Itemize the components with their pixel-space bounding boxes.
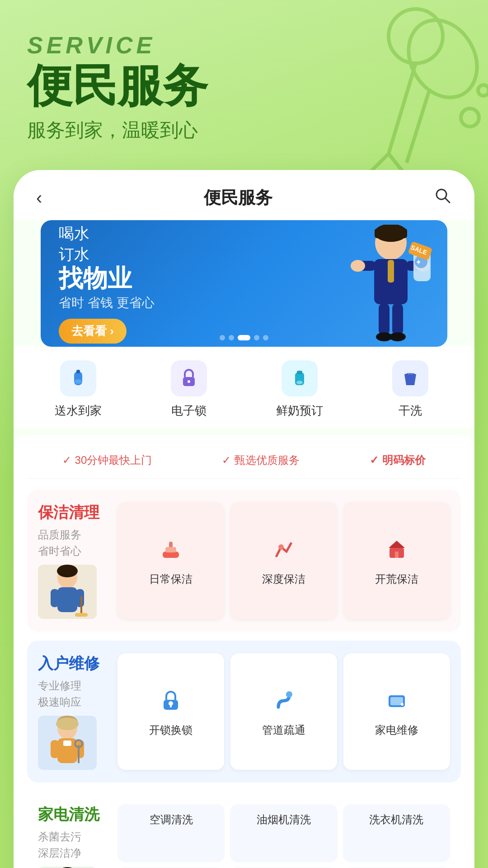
repair-services: 开锁换锁 管道疏通 家电维修 [117,653,450,770]
appliance-ac[interactable]: 空调清洗 [117,804,225,862]
svg-point-17 [351,260,365,272]
svg-text:✦: ✦ [416,259,421,266]
appliance-hood[interactable]: 油烟机清洗 [230,804,337,862]
svg-rect-38 [57,587,77,612]
svg-rect-42 [75,613,88,617]
subtitle: 服务到家，温暖到心 [27,118,488,143]
locksmith-label: 开锁换锁 [149,723,192,737]
header-area: SERVICE 便民服务 服务到家，温暖到心 [0,0,488,161]
svg-rect-35 [297,371,302,374]
service-icon-water[interactable]: 送水到家 [23,360,133,419]
svg-point-66 [401,703,404,706]
cleaning-section: 保洁清理 品质服务省时省心 [27,490,461,632]
svg-rect-12 [375,228,407,238]
banner[interactable]: 喝水订水 找物业 省时 省钱 更省心 去看看 › [41,220,447,347]
guarantee-2: ✓ 甄选优质服务 [222,453,300,467]
service-label-milk: 鲜奶预订 [276,403,323,419]
lock-icon [171,360,207,396]
svg-rect-50 [395,552,399,558]
service-icon-lock[interactable]: 电子锁 [133,360,244,419]
dot-5 [263,335,268,340]
service-icon-milk[interactable]: 鲜奶预订 [244,360,355,419]
check-icon-2: ✓ [222,454,231,467]
nav-bar: ‹ 便民服务 [14,170,474,220]
main-title: 便民服务 [27,61,488,110]
locksmith-icon [159,689,183,717]
svg-point-31 [75,379,82,384]
service-icons-row: 送水到家 电子锁 鲜奶预订 干洗 [14,347,474,428]
svg-rect-46 [165,547,176,552]
daily-cleaning-label: 日常保洁 [149,572,192,586]
svg-rect-30 [76,370,80,373]
service-appliance-repair[interactable]: 家电维修 [343,653,450,770]
guarantee-3: ✓ 明码标价 [370,453,426,467]
service-daily-cleaning[interactable]: 日常保洁 [117,502,224,619]
svg-rect-33 [188,380,190,383]
deep-cleaning-label: 深度保洁 [262,572,305,586]
cleaning-desc: 品质服务省时省心 [38,527,110,559]
service-pioneer-cleaning[interactable]: 开荒保洁 [343,502,450,619]
search-icon[interactable] [434,187,452,209]
repair-section: 入户维修 专业修理极速响应 [27,641,461,783]
svg-rect-62 [170,705,172,708]
svg-point-36 [296,381,303,384]
cleaning-title: 保洁清理 [38,502,110,523]
drycleaning-icon [392,360,428,396]
svg-rect-14 [388,260,394,283]
service-deep-cleaning[interactable]: 深度保洁 [230,502,337,619]
nav-title: 便民服务 [204,186,272,209]
dot-2 [229,335,234,340]
appliance-repair-icon [385,689,408,717]
service-label-eng: SERVICE [27,32,488,59]
service-label-water: 送水到家 [55,403,102,419]
service-plumbing[interactable]: 管道疏通 [230,653,337,770]
appliance-title: 家电清洗 [38,804,110,825]
phone-card: ‹ 便民服务 喝水订水 找物业 省时 省钱 更省心 去看看 › [14,170,474,868]
plumbing-label: 管道疏通 [262,723,305,737]
svg-rect-23 [379,303,389,335]
appliance-section: 家电清洗 杀菌去污深层洁净 [27,792,461,868]
appliance-desc: 杀菌去污深层洁净 [38,829,110,861]
check-icon-1: ✓ [62,454,71,467]
svg-rect-40 [76,589,84,607]
svg-point-26 [389,332,406,341]
milk-icon [282,360,318,396]
banner-person-image: ✦ SALE [343,225,438,347]
banner-dots [220,335,268,340]
appliance-services: 空调清洗 油烟机清洗 洗衣机清洗 热水器清洗 冰箱清洗 地暖清洗 [117,804,450,868]
dot-1 [220,335,225,340]
svg-point-63 [286,691,292,698]
pioneer-cleaning-icon [385,538,408,566]
service-label-lock: 电子锁 [171,403,206,419]
guarantee-bar: ✓ 30分钟最快上门 ✓ 甄选优质服务 ✓ 明码标价 [27,448,461,479]
banner-button[interactable]: 去看看 › [59,319,127,344]
appliance-repair-label: 家电维修 [375,723,418,737]
check-icon-3: ✓ [370,454,379,467]
dot-4 [254,335,259,340]
daily-cleaning-icon [159,538,183,566]
svg-rect-57 [63,741,71,746]
plumbing-icon [272,689,296,717]
deep-cleaning-icon [272,538,296,566]
pioneer-cleaning-label: 开荒保洁 [375,572,418,586]
appliance-washer[interactable]: 洗衣机清洗 [343,804,450,862]
service-label-drycleaning: 干洗 [399,403,422,419]
water-icon [60,360,96,396]
svg-point-43 [57,565,78,577]
svg-rect-39 [51,589,59,607]
back-button[interactable]: ‹ [36,188,42,208]
svg-point-47 [278,544,284,550]
repair-desc: 专业修理极速响应 [38,678,110,710]
service-icon-drycleaning[interactable]: 干洗 [355,360,465,419]
repair-title: 入户维修 [38,653,110,674]
svg-line-9 [445,198,450,203]
cleaning-services: 日常保洁 深度保洁 开荒保洁 [117,502,450,619]
svg-marker-49 [389,541,405,548]
sections-container: ✓ 30分钟最快上门 ✓ 甄选优质服务 ✓ 明码标价 保洁清理 品质服务省时省心 [14,435,474,868]
service-locksmith[interactable]: 开锁换锁 [117,653,224,770]
svg-point-56 [56,717,79,730]
svg-rect-53 [51,740,59,758]
svg-rect-44 [163,552,179,558]
guarantee-1: ✓ 30分钟最快上门 [62,453,152,467]
dot-3 [238,335,250,340]
